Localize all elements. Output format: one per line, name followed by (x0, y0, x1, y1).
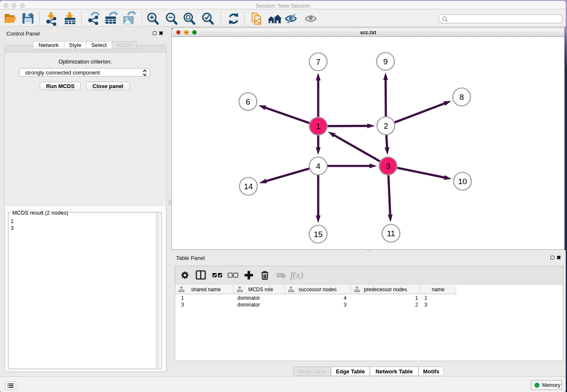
svg-text:2: 2 (384, 121, 388, 130)
svg-text:4: 4 (316, 162, 321, 171)
svg-text:14: 14 (244, 182, 253, 191)
svg-text:1: 1 (316, 122, 321, 131)
svg-text:7: 7 (316, 58, 321, 66)
svg-text:3: 3 (386, 162, 391, 171)
svg-text:11: 11 (387, 229, 395, 238)
svg-text:10: 10 (458, 177, 467, 186)
svg-text:f(x): f(x) (290, 270, 303, 280)
svg-text:6: 6 (246, 97, 250, 106)
svg-text:8: 8 (460, 93, 464, 102)
svg-text:15: 15 (314, 230, 322, 239)
svg-text:9: 9 (383, 57, 388, 66)
